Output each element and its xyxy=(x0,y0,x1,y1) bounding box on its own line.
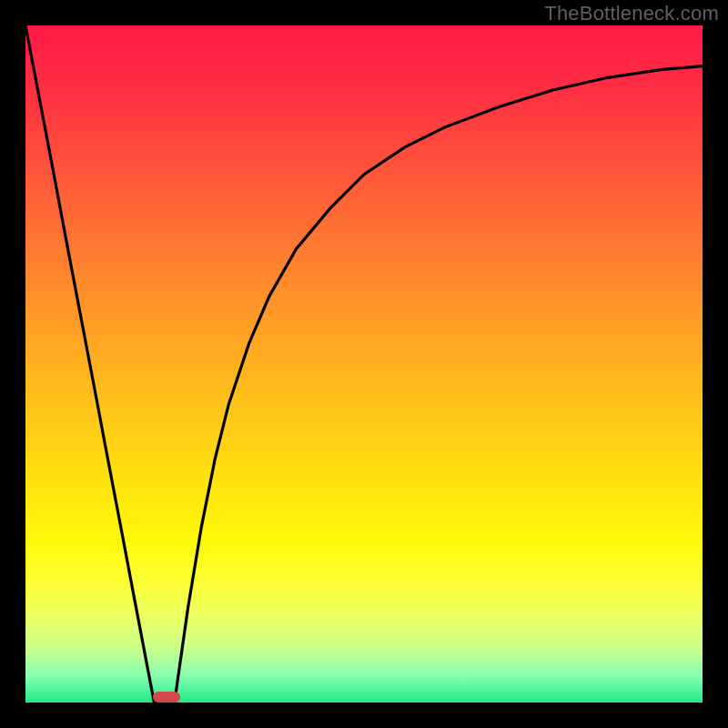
optimum-marker xyxy=(153,692,180,703)
watermark-text: TheBottleneck.com xyxy=(544,2,719,25)
chart-frame: TheBottleneck.com xyxy=(0,0,728,728)
bottleneck-curve xyxy=(25,25,703,703)
curve-path xyxy=(25,25,703,703)
